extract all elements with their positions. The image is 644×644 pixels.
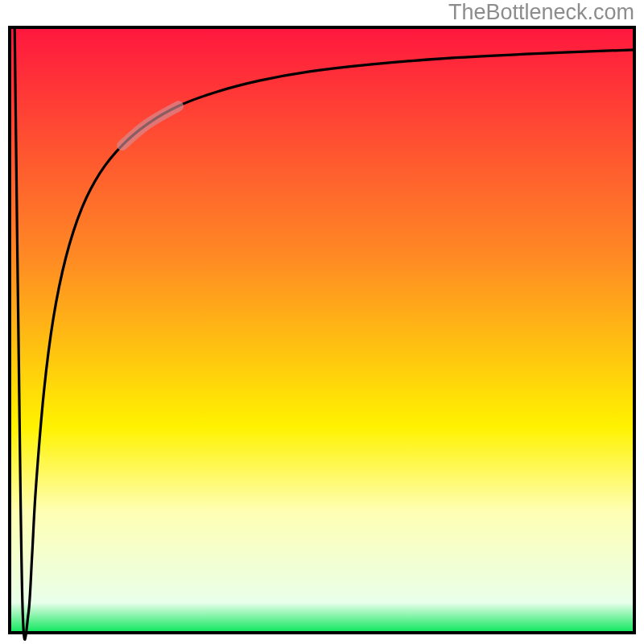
chart-container: { "attribution": "TheBottleneck.com", "c… [0, 0, 644, 644]
bottleneck-chart [0, 0, 644, 644]
plot-area [10, 27, 634, 633]
plot-background-gradient [10, 27, 634, 633]
